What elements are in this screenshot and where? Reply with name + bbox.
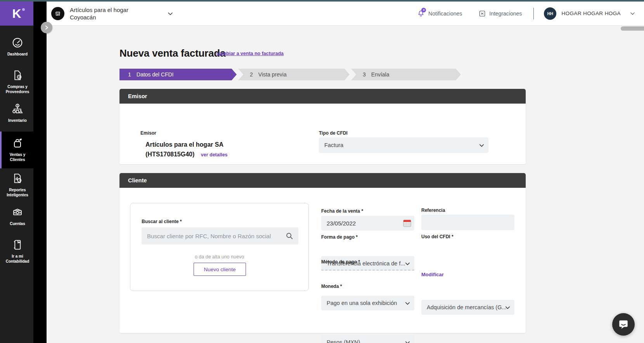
fecha-venta-field: [321, 216, 414, 230]
sidebar-item-inventario[interactable]: $ Inventario: [0, 99, 33, 132]
chevron-down-icon: [405, 300, 410, 306]
company-avatar: [51, 7, 64, 20]
step-enviala: 3 Envíala: [351, 69, 461, 80]
chat-bubble-icon: [618, 319, 629, 330]
purchases-document-icon: $: [11, 69, 24, 81]
sidebar: K Dashboard $ Compras y Proveedores $: [0, 2, 33, 343]
emisor-card: Emisor Artículos para el hogar SA (HTS17…: [119, 104, 526, 164]
client-search-panel: Buscar al cliente * o da de alta uno nue…: [130, 203, 309, 291]
accounts-money-icon: [11, 206, 24, 218]
inventory-icon: $: [11, 103, 24, 115]
smart-reports-icon: i: [11, 172, 24, 185]
chat-launcher-button[interactable]: [612, 313, 635, 336]
uso-cfdi-label: Uso del CFDI *: [421, 234, 454, 239]
chevron-right-icon: [44, 25, 49, 30]
dashed-divider: [321, 270, 414, 270]
svg-text:i: i: [19, 179, 20, 182]
emisor-field-label: Emisor: [140, 130, 156, 136]
search-icon: [285, 232, 294, 240]
chevron-down-icon: [630, 10, 635, 16]
calendar-icon: [403, 219, 411, 227]
sidebar-item-label: Dashboard: [7, 52, 28, 57]
tipo-cfdi-select[interactable]: Factura: [319, 137, 488, 153]
notifications-button[interactable]: 4 Notificaciones: [417, 9, 462, 18]
sidebar-nav: Dashboard $ Compras y Proveedores $ Inve…: [0, 33, 33, 269]
client-search-wrap: [142, 227, 298, 244]
dashboard-icon: [11, 36, 24, 49]
brand-logo-letter: K: [12, 7, 21, 20]
uso-cfdi-value: Adquisición de mercancías (G...: [427, 304, 507, 310]
brand-logo[interactable]: K: [0, 2, 33, 26]
calendar-button[interactable]: [403, 219, 411, 227]
emisor-section-title: Emisor: [128, 93, 147, 99]
referencia-label: Referencia: [421, 208, 445, 213]
scroll-tab[interactable]: [621, 26, 644, 31]
buscar-cliente-label: Buscar al cliente *: [142, 219, 182, 224]
top-accent-bar: [0, 0, 644, 2]
sidebar-item-label: Inventario: [8, 118, 27, 123]
svg-text:$: $: [17, 104, 18, 107]
company-selector[interactable]: Artículos para el hogar Coyoacán: [51, 6, 173, 21]
moneda-label: Moneda *: [321, 284, 342, 289]
stepper: 1 Datos del CFDI 2 Vista previa 3 Envíal…: [119, 69, 461, 80]
user-name: HOGAR HOGAR HOGA: [561, 10, 621, 16]
sidebar-item-reportes-inteligentes[interactable]: i Reportes Inteligentes: [0, 168, 33, 202]
metodo-pago-label: Método de pago *: [321, 259, 360, 265]
modificar-link[interactable]: Modificar: [421, 272, 444, 277]
step-label: Datos del CFDI: [137, 71, 174, 78]
top-header: Artículos para el hogar Coyoacán 4 Notif…: [47, 2, 644, 26]
cliente-section-title: Cliente: [128, 177, 147, 184]
fecha-venta-label: Fecha de la venta *: [321, 208, 363, 214]
metodo-pago-select[interactable]: Pago en una sola exhibición: [321, 296, 414, 310]
fecha-venta-input[interactable]: [321, 216, 414, 230]
integrations-label: Integraciones: [489, 10, 522, 17]
step-number: 2: [250, 71, 253, 78]
chevron-down-icon: [479, 142, 485, 148]
emisor-section-header: Emisor: [119, 89, 526, 104]
step-number: 1: [128, 71, 131, 78]
chevron-down-icon: [167, 10, 173, 17]
sidebar-item-label: Ir a mi Contabilidad: [3, 254, 32, 264]
client-search-input[interactable]: [142, 227, 298, 244]
ver-detalles-link[interactable]: ver detalles: [201, 152, 228, 158]
metodo-pago-value: Pago en una sola exhibición: [327, 300, 397, 306]
new-client-button[interactable]: Nuevo cliente: [194, 263, 246, 276]
integrations-icon: [478, 10, 486, 17]
store-icon: [54, 10, 61, 17]
chevron-down-icon: [505, 305, 511, 310]
tipo-cfdi-value: Factura: [324, 142, 343, 148]
forma-pago-label: Forma de pago *: [321, 234, 358, 240]
switch-to-unbilled-link[interactable]: cambiar a venta no facturada: [216, 51, 284, 56]
integrations-button[interactable]: Integraciones: [478, 10, 522, 17]
sales-bag-icon: [11, 137, 24, 149]
sidebar-item-ventas-clientes[interactable]: Ventas y Clientes: [0, 132, 33, 168]
sidebar-item-label: Ventas y Clientes: [3, 152, 32, 162]
step-vista-previa: 2 Vista previa: [238, 69, 350, 80]
referencia-input[interactable]: [421, 215, 514, 230]
sidebar-item-label: Reportes Inteligentes: [3, 187, 32, 197]
sidebar-item-label: Cuentas: [10, 221, 25, 226]
notifications-badge: 4: [421, 8, 426, 12]
sidebar-item-label: Compras y Proveedores: [3, 84, 32, 94]
emisor-company-rfc: (HTS170815G40): [145, 151, 194, 158]
referencia-field: [421, 215, 514, 230]
step-datos-cfdi[interactable]: 1 Datos del CFDI: [119, 69, 237, 80]
chevron-down-icon: [405, 261, 410, 267]
step-number: 3: [363, 71, 366, 78]
uso-cfdi-select[interactable]: Adquisición de mercancías (G...: [421, 300, 514, 315]
sidebar-item-cuentas[interactable]: Cuentas: [0, 202, 33, 235]
emisor-company-name: Artículos para el hogar SA: [145, 140, 228, 149]
moneda-value: Pesos (MXN): [327, 339, 360, 343]
sidebar-item-contabilidad[interactable]: Ir a mi Contabilidad: [0, 235, 33, 269]
moneda-select[interactable]: Pesos (MXN): [321, 335, 414, 343]
sidebar-item-compras-proveedores[interactable]: $ Compras y Proveedores: [0, 65, 33, 99]
sidebar-expand-button[interactable]: [41, 22, 52, 33]
sidebar-item-dashboard[interactable]: Dashboard: [0, 33, 33, 65]
user-avatar: HH: [544, 7, 556, 20]
company-name: Artículos para el hogar Coyoacán: [70, 6, 153, 21]
step-label: Envíala: [371, 71, 390, 78]
user-menu[interactable]: HH HOGAR HOGAR HOGA: [544, 7, 635, 20]
bell-wrap: 4: [417, 9, 425, 18]
collapsed-panel-strip: [33, 2, 47, 343]
search-button[interactable]: [285, 232, 294, 240]
